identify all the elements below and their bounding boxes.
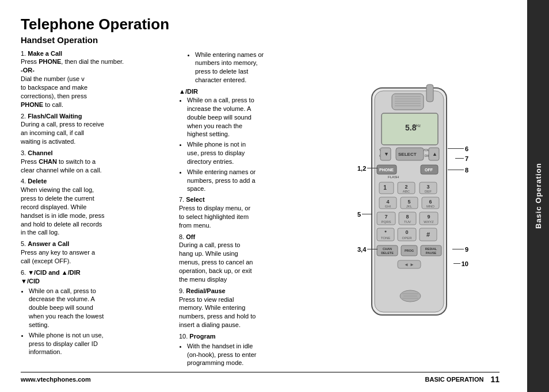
footer: www.vtechphones.com BASIC OPERATION 11 xyxy=(21,372,500,384)
diagram-label-7: 7 xyxy=(455,155,468,162)
diagram-label-12: 1,2 xyxy=(357,165,378,172)
list-item: 6. ▼/CID and ▲/DIR ▼/CID While on a call… xyxy=(21,268,173,356)
svg-text:4: 4 xyxy=(386,199,389,205)
svg-text:FLASH: FLASH xyxy=(388,175,399,179)
list-item: While phone is not in use, press to disp… xyxy=(187,140,306,166)
list-item: 9. Redial/Pause Press to view redial mem… xyxy=(179,287,306,329)
bullet-list: While on a call, press to increase the v… xyxy=(179,96,306,193)
list-item: 5. Answer a Call Press any key to answer… xyxy=(21,240,173,266)
phone-diagram-inner: 5.8 GHz VOL- VOL+ CID DIR ▼ xyxy=(357,83,470,330)
svg-text:PAUSE: PAUSE xyxy=(426,251,437,255)
diagram-label-10: 10 xyxy=(453,260,468,267)
main-content: Telephone Operation Handset Operation 1.… xyxy=(0,0,527,392)
list-item: While entering names or numbers into mem… xyxy=(195,51,306,84)
diagram-label-34: 3,4 xyxy=(357,246,378,253)
page-title: Telephone Operation xyxy=(21,16,516,33)
svg-text:5: 5 xyxy=(407,199,410,205)
footer-url: www.vtechphones.com xyxy=(21,376,91,383)
list-item: While on a call, press to decrease the v… xyxy=(29,287,173,329)
bullet-list: With the handset in idle (on-hook), pres… xyxy=(179,342,306,368)
svg-text:PHONE: PHONE xyxy=(379,168,394,172)
list-item: 4. Delete When viewing the call log, pre… xyxy=(21,177,173,237)
svg-text:ABC: ABC xyxy=(403,190,410,193)
left-column: 1. Make a Call Press PHONE, then dial th… xyxy=(21,49,173,371)
svg-rect-3 xyxy=(392,94,424,110)
svg-text:CHAN: CHAN xyxy=(383,247,392,251)
list-item: 2. Flash/Call Waiting During a call, pre… xyxy=(21,112,173,146)
list-item: With the handset in idle (on-hook), pres… xyxy=(187,342,306,368)
content-area: 1. Make a Call Press PHONE, then dial th… xyxy=(21,49,516,371)
svg-text:▲: ▲ xyxy=(432,151,437,157)
svg-text:REDIAL: REDIAL xyxy=(425,247,437,251)
svg-text:TONE: TONE xyxy=(381,236,391,240)
svg-text:#: # xyxy=(426,231,430,238)
svg-text:OFF: OFF xyxy=(425,168,433,172)
svg-text:DEF: DEF xyxy=(425,190,432,193)
svg-text:TUV: TUV xyxy=(404,220,411,224)
svg-text:2: 2 xyxy=(405,184,407,190)
bullet-list: While entering names or numbers into mem… xyxy=(187,51,306,84)
sidebar-label: Basic Operation xyxy=(534,163,543,229)
left-list: 1. Make a Call Press PHONE, then dial th… xyxy=(21,49,173,357)
diagram-label-9: 9 xyxy=(452,246,468,253)
footer-page: 11 xyxy=(490,375,500,384)
bullet-list: While on a call, press to decrease the v… xyxy=(21,287,173,357)
diagram-label-6: 6 xyxy=(448,145,468,152)
list-item: 7. Select Press to display menu, or to s… xyxy=(179,195,306,229)
diagram-label-5: 5 xyxy=(357,211,372,218)
footer-label: BASIC OPERATION xyxy=(425,376,484,383)
list-item: While phone is not un use, press to disp… xyxy=(29,331,173,357)
svg-text:7: 7 xyxy=(384,214,387,220)
svg-text:OPER: OPER xyxy=(402,236,412,240)
list-item: 8. Off During a call, press to hang up. … xyxy=(179,233,306,284)
svg-text:GHI: GHI xyxy=(385,205,391,208)
footer-right: BASIC OPERATION 11 xyxy=(425,375,500,384)
svg-text:0: 0 xyxy=(405,229,408,235)
svg-text:PQRS: PQRS xyxy=(381,220,391,224)
svg-text:SELECT: SELECT xyxy=(398,152,417,157)
svg-text:DELETE: DELETE xyxy=(381,251,394,255)
svg-text:WXYZ: WXYZ xyxy=(424,220,434,224)
svg-text:3: 3 xyxy=(426,184,429,190)
svg-rect-2 xyxy=(426,84,433,102)
right-sidebar: Basic Operation xyxy=(527,0,549,392)
list-item: While entering names or numbers, press t… xyxy=(187,168,306,194)
svg-text:JKL: JKL xyxy=(406,205,413,208)
phone-svg: 5.8 GHz VOL- VOL+ CID DIR ▼ xyxy=(369,83,452,319)
svg-text:◄ ►: ◄ ► xyxy=(404,262,414,267)
section-sub: ▲/DIR While on a call, press to increase… xyxy=(179,88,306,193)
svg-text:9: 9 xyxy=(427,214,430,220)
list-item: While on a call, press to increase the v… xyxy=(187,96,306,139)
right-numbered-list: 7. Select Press to display menu, or to s… xyxy=(179,195,306,367)
right-column: While entering names or numbers into mem… xyxy=(179,49,306,371)
diagram-label-8: 8 xyxy=(448,167,468,174)
svg-text:1: 1 xyxy=(383,185,387,191)
list-item: 1. Make a Call Press PHONE, then dial th… xyxy=(21,49,173,109)
list-item: 3. Channel Press CHAN to switch to a cle… xyxy=(21,149,173,175)
page-container: Telephone Operation Handset Operation 1.… xyxy=(0,0,549,392)
svg-text:PROG: PROG xyxy=(405,249,414,252)
svg-text:▼: ▼ xyxy=(384,151,389,157)
svg-text:MNO: MNO xyxy=(426,205,434,208)
svg-text:6: 6 xyxy=(429,199,432,205)
svg-text:*: * xyxy=(384,229,387,235)
svg-text:8: 8 xyxy=(406,214,409,220)
phone-diagram: 5.8 GHz VOL- VOL+ CID DIR ▼ xyxy=(311,44,516,371)
svg-text:GHz: GHz xyxy=(413,124,421,128)
list-item: 10. Program With the handset in idle (on… xyxy=(179,332,306,367)
